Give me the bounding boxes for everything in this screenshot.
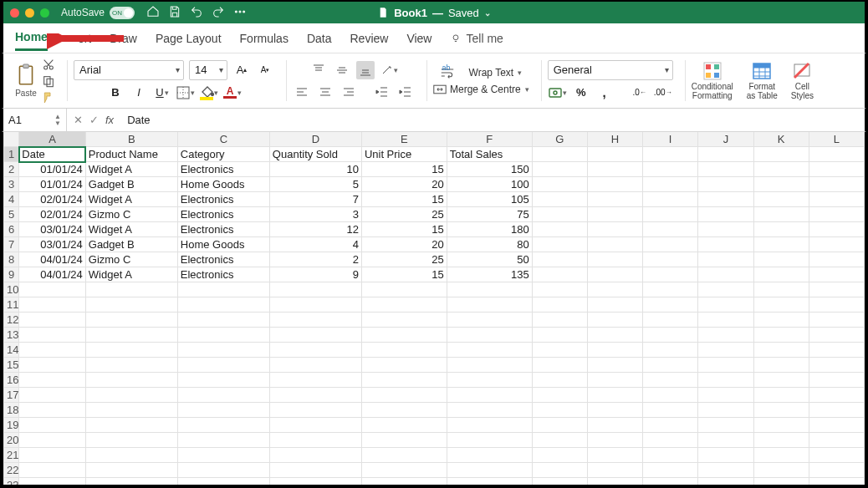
cell-G13[interactable] bbox=[532, 328, 587, 343]
tab-review[interactable]: Review bbox=[350, 27, 388, 50]
cell-E13[interactable] bbox=[361, 328, 447, 343]
cell-E2[interactable]: 15 bbox=[361, 162, 447, 177]
cell-D20[interactable] bbox=[269, 433, 361, 448]
cell-A18[interactable] bbox=[19, 403, 85, 418]
cell-F21[interactable] bbox=[447, 448, 532, 463]
cell-H9[interactable] bbox=[587, 267, 642, 282]
cell-B17[interactable] bbox=[85, 388, 177, 403]
spreadsheet-grid[interactable]: ABCDEFGHIJKL1DateProduct NameCategoryQua… bbox=[2, 132, 866, 486]
copy-button[interactable] bbox=[42, 74, 55, 88]
cell-D10[interactable] bbox=[269, 282, 361, 297]
cell-I11[interactable] bbox=[643, 297, 698, 313]
wrap-text-button[interactable]: ab Wrap Text▾ bbox=[441, 66, 523, 79]
row-header-6[interactable]: 6 bbox=[4, 222, 19, 237]
cell-F16[interactable] bbox=[447, 373, 532, 388]
cell-E4[interactable]: 15 bbox=[361, 192, 447, 207]
cell-J20[interactable] bbox=[698, 433, 753, 448]
orientation-button[interactable]: ▾ bbox=[380, 61, 398, 79]
cell-I15[interactable] bbox=[643, 358, 698, 373]
cell-A14[interactable] bbox=[19, 343, 85, 358]
fill-color-button[interactable]: ▾ bbox=[200, 84, 218, 102]
align-middle-button[interactable] bbox=[333, 61, 351, 79]
cell-J15[interactable] bbox=[698, 358, 753, 373]
col-header-C[interactable]: C bbox=[177, 132, 269, 147]
cell-H1[interactable] bbox=[587, 147, 642, 162]
formula-input[interactable]: Date bbox=[120, 114, 156, 126]
cell-J13[interactable] bbox=[698, 328, 753, 343]
cell-A16[interactable] bbox=[19, 373, 85, 388]
merge-centre-button[interactable]: Merge & Centre▾ bbox=[433, 83, 529, 96]
decrease-decimal-button[interactable]: .00→ bbox=[654, 84, 672, 102]
cell-F15[interactable] bbox=[447, 358, 532, 373]
cell-D21[interactable] bbox=[269, 448, 361, 463]
cell-E9[interactable]: 15 bbox=[361, 267, 447, 282]
cell-K20[interactable] bbox=[753, 433, 809, 448]
cell-H13[interactable] bbox=[587, 328, 642, 343]
cell-H8[interactable] bbox=[587, 252, 642, 267]
cell-K6[interactable] bbox=[753, 222, 809, 237]
row-header-21[interactable]: 21 bbox=[4, 448, 19, 463]
cell-H6[interactable] bbox=[587, 222, 642, 237]
document-title[interactable]: Book1 — Saved ⌄ bbox=[377, 7, 491, 19]
row-header-7[interactable]: 7 bbox=[4, 237, 19, 252]
cell-D18[interactable] bbox=[269, 403, 361, 418]
cell-D5[interactable]: 3 bbox=[269, 207, 361, 222]
cell-F23[interactable] bbox=[447, 478, 532, 487]
cell-A9[interactable]: 04/01/24 bbox=[19, 267, 85, 282]
cell-G20[interactable] bbox=[532, 433, 587, 448]
cell-J3[interactable] bbox=[698, 177, 753, 192]
cell-G19[interactable] bbox=[532, 418, 587, 433]
cell-G12[interactable] bbox=[532, 313, 587, 328]
comma-style-button[interactable]: , bbox=[595, 84, 614, 102]
cell-H2[interactable] bbox=[587, 162, 642, 177]
cell-J19[interactable] bbox=[698, 418, 753, 433]
cell-F11[interactable] bbox=[447, 297, 532, 313]
cell-L23[interactable] bbox=[809, 478, 864, 487]
cell-F5[interactable]: 75 bbox=[447, 207, 532, 222]
cell-G7[interactable] bbox=[532, 237, 587, 252]
font-name-select[interactable]: Arial bbox=[74, 60, 184, 80]
cell-G16[interactable] bbox=[532, 373, 587, 388]
cell-D19[interactable] bbox=[269, 418, 361, 433]
cell-J21[interactable] bbox=[698, 448, 753, 463]
cell-H3[interactable] bbox=[587, 177, 642, 192]
row-header-5[interactable]: 5 bbox=[4, 207, 19, 222]
cell-E5[interactable]: 25 bbox=[361, 207, 447, 222]
cell-L3[interactable] bbox=[809, 177, 864, 192]
bold-button[interactable]: B bbox=[106, 84, 125, 102]
tab-view[interactable]: View bbox=[406, 27, 431, 50]
col-header-A[interactable]: A bbox=[19, 132, 85, 147]
cell-H22[interactable] bbox=[587, 463, 642, 478]
tab-formulas[interactable]: Formulas bbox=[240, 27, 288, 50]
col-header-E[interactable]: E bbox=[361, 132, 447, 147]
cell-B7[interactable]: Gadget B bbox=[85, 237, 177, 252]
cell-C4[interactable]: Electronics bbox=[177, 192, 269, 207]
cell-E8[interactable]: 25 bbox=[361, 252, 447, 267]
cell-J9[interactable] bbox=[698, 267, 753, 282]
row-header-11[interactable]: 11 bbox=[4, 297, 19, 313]
borders-button[interactable]: ▾ bbox=[176, 84, 195, 102]
cell-L8[interactable] bbox=[809, 252, 864, 267]
cell-G8[interactable] bbox=[532, 252, 587, 267]
col-header-H[interactable]: H bbox=[587, 132, 642, 147]
cell-styles-button[interactable]: CellStyles bbox=[791, 61, 814, 100]
cell-L17[interactable] bbox=[809, 388, 864, 403]
cell-J7[interactable] bbox=[698, 237, 753, 252]
align-top-button[interactable] bbox=[309, 61, 328, 79]
cell-A19[interactable] bbox=[19, 418, 85, 433]
cell-K14[interactable] bbox=[753, 343, 809, 358]
cell-K22[interactable] bbox=[753, 463, 809, 478]
undo-icon[interactable] bbox=[190, 5, 203, 21]
cell-B16[interactable] bbox=[85, 373, 177, 388]
cell-A6[interactable]: 03/01/24 bbox=[19, 222, 85, 237]
cell-G6[interactable] bbox=[532, 222, 587, 237]
cell-G17[interactable] bbox=[532, 388, 587, 403]
tab-page-layout[interactable]: Page Layout bbox=[156, 27, 222, 50]
cell-K2[interactable] bbox=[753, 162, 809, 177]
cell-D11[interactable] bbox=[269, 297, 361, 313]
cell-E7[interactable]: 20 bbox=[361, 237, 447, 252]
cell-H4[interactable] bbox=[587, 192, 642, 207]
cell-A10[interactable] bbox=[19, 282, 85, 297]
cell-B9[interactable]: Widget A bbox=[85, 267, 177, 282]
cell-K1[interactable] bbox=[753, 147, 809, 162]
